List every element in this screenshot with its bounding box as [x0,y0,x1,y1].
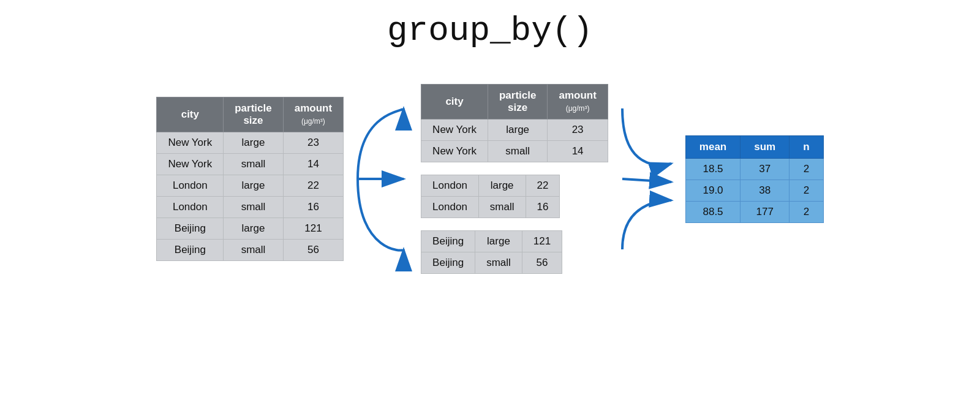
source-cell: small [224,197,283,218]
source-cell: 16 [283,197,343,218]
result-cell: 38 [741,180,790,201]
result-cell: 2 [790,201,823,222]
result-cell: 18.5 [685,158,740,180]
group-newyork: city particlesize amount(μg/m³) New York… [421,84,608,162]
group-row: Beijing small 56 [421,252,562,274]
result-cell: 88.5 [685,201,740,222]
result-col-n: n [790,135,823,158]
source-row-3: London large 22 [157,175,344,197]
source-cell: small [224,240,283,261]
group-row: London small 16 [421,197,560,218]
group-cell: 121 [522,231,562,252]
group-row: New York large 23 [421,119,608,141]
source-cell: large [224,175,283,197]
result-cell: 177 [741,201,790,222]
group-cell: 14 [548,141,608,162]
group-table-beijing: Beijing large 121 Beijing small 56 [421,230,562,274]
source-table: city particlesize amount(μg/m³) New York… [156,97,344,261]
source-col-city: city [157,97,224,132]
source-cell: London [157,197,224,218]
main-content: city particlesize amount(μg/m³) New York… [0,62,980,295]
result-row-2: 19.0 38 2 [685,180,823,201]
source-cell: large [224,132,283,154]
group-cell: large [475,231,522,252]
group-cell: London [421,197,479,218]
group-cell: large [478,175,526,197]
group-cell: Beijing [421,231,475,252]
source-col-amount: amount(μg/m³) [283,97,343,132]
group-cell: small [488,141,547,162]
groups-column: city particlesize amount(μg/m³) New York… [421,84,608,274]
group-cell: large [488,119,547,141]
source-cell: 56 [283,240,343,261]
group-cell: Beijing [421,252,475,274]
source-row-2: New York small 14 [157,154,344,175]
result-col-sum: sum [741,135,790,158]
group-col-particle: particlesize [488,85,547,119]
source-cell: 14 [283,154,343,175]
source-cell: 22 [283,175,343,197]
source-row-5: Beijing large 121 [157,218,344,240]
source-cell: small [224,154,283,175]
group-cell: 16 [526,197,560,218]
group-beijing: Beijing large 121 Beijing small 56 [421,230,562,274]
group-row: London large 22 [421,175,560,197]
source-cell: London [157,175,224,197]
source-row-1: New York large 23 [157,132,344,154]
group-table-london: London large 22 London small 16 [421,175,560,218]
right-arrows-svg [619,62,674,295]
group-col-city: city [421,85,488,119]
group-cell: small [475,252,522,274]
source-cell: Beijing [157,240,224,261]
source-cell: New York [157,132,224,154]
result-cell: 2 [790,158,823,180]
result-cell: 19.0 [685,180,740,201]
source-row-4: London small 16 [157,197,344,218]
source-cell: 121 [283,218,343,240]
left-arrows-svg [355,62,410,295]
result-table: mean sum n 18.5 37 2 19.0 38 2 88.5 [685,135,824,223]
result-col-mean: mean [685,135,740,158]
group-row: New York small 14 [421,141,608,162]
result-row-3: 88.5 177 2 [685,201,823,222]
group-cell: London [421,175,479,197]
source-cell: 23 [283,132,343,154]
group-row: Beijing large 121 [421,231,562,252]
page-title: group_by() [387,11,593,50]
result-cell: 2 [790,180,823,201]
group-table-newyork: city particlesize amount(μg/m³) New York… [421,84,608,162]
source-col-particle: particlesize [224,97,283,132]
source-row-6: Beijing small 56 [157,240,344,261]
group-cell: small [478,197,526,218]
group-cell: 22 [526,175,560,197]
source-cell: Beijing [157,218,224,240]
group-london: London large 22 London small 16 [421,175,560,218]
right-arrows [619,62,674,295]
result-table-container: mean sum n 18.5 37 2 19.0 38 2 88.5 [685,135,824,223]
left-arrows [355,62,410,295]
source-table-container: city particlesize amount(μg/m³) New York… [156,97,344,261]
group-col-amount: amount(μg/m³) [548,85,608,119]
source-cell: large [224,218,283,240]
group-cell: 56 [522,252,562,274]
group-cell: 23 [548,119,608,141]
source-cell: New York [157,154,224,175]
result-row-1: 18.5 37 2 [685,158,823,180]
group-cell: New York [421,119,488,141]
result-cell: 37 [741,158,790,180]
group-cell: New York [421,141,488,162]
